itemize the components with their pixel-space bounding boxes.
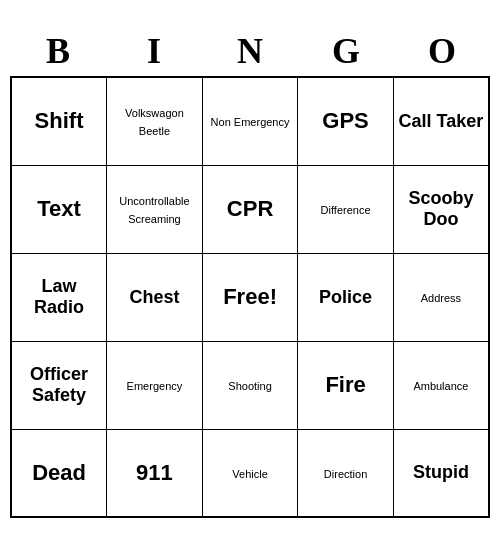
bingo-cell: Volkswagon Beetle [107, 77, 203, 165]
table-row: TextUncontrollable ScreamingCPRDifferenc… [11, 165, 489, 253]
bingo-cell: Stupid [393, 429, 489, 517]
bingo-cell: Emergency [107, 341, 203, 429]
cell-text: Volkswagon Beetle [125, 107, 184, 137]
cell-text: Uncontrollable Screaming [119, 195, 189, 225]
header-letter: G [298, 26, 394, 76]
table-row: Law RadioChestFree!PoliceAddress [11, 253, 489, 341]
bingo-cell: Vehicle [202, 429, 298, 517]
header-letter: I [106, 26, 202, 76]
bingo-cell: GPS [298, 77, 393, 165]
bingo-cell: Scooby Doo [393, 165, 489, 253]
cell-text: Emergency [127, 380, 183, 392]
bingo-cell: Text [11, 165, 107, 253]
bingo-cell: 911 [107, 429, 203, 517]
table-row: Officer SafetyEmergencyShootingFireAmbul… [11, 341, 489, 429]
bingo-cell: Dead [11, 429, 107, 517]
bingo-cell: Uncontrollable Screaming [107, 165, 203, 253]
bingo-cell: Police [298, 253, 393, 341]
cell-text: Direction [324, 468, 367, 480]
cell-text: 911 [136, 460, 173, 485]
cell-text: Shooting [228, 380, 271, 392]
bingo-cell: Call Taker [393, 77, 489, 165]
cell-text: Police [319, 287, 372, 307]
cell-text: Scooby Doo [408, 188, 473, 229]
cell-text: Non Emergency [211, 116, 290, 128]
cell-text: Stupid [413, 462, 469, 482]
cell-text: Shift [35, 108, 84, 133]
cell-text: Vehicle [232, 468, 267, 480]
cell-text: Chest [129, 287, 179, 307]
bingo-cell: Direction [298, 429, 393, 517]
bingo-cell: Difference [298, 165, 393, 253]
cell-text: Officer Safety [30, 364, 88, 405]
bingo-cell: CPR [202, 165, 298, 253]
cell-text: GPS [322, 108, 368, 133]
cell-text: Ambulance [413, 380, 468, 392]
bingo-cell: Non Emergency [202, 77, 298, 165]
cell-text: CPR [227, 196, 273, 221]
bingo-grid: ShiftVolkswagon BeetleNon EmergencyGPSCa… [10, 76, 490, 518]
cell-text: Address [421, 292, 461, 304]
bingo-header: BINGO [10, 26, 490, 76]
cell-text: Text [37, 196, 81, 221]
bingo-cell: Address [393, 253, 489, 341]
cell-text: Call Taker [399, 111, 484, 131]
header-letter: B [10, 26, 106, 76]
cell-text: Difference [321, 204, 371, 216]
bingo-cell: Free! [202, 253, 298, 341]
cell-text: Free! [223, 284, 277, 309]
table-row: Dead911VehicleDirectionStupid [11, 429, 489, 517]
table-row: ShiftVolkswagon BeetleNon EmergencyGPSCa… [11, 77, 489, 165]
bingo-cell: Ambulance [393, 341, 489, 429]
bingo-cell: Chest [107, 253, 203, 341]
header-letter: N [202, 26, 298, 76]
bingo-cell: Law Radio [11, 253, 107, 341]
bingo-card: BINGO ShiftVolkswagon BeetleNon Emergenc… [10, 26, 490, 518]
cell-text: Law Radio [34, 276, 84, 317]
cell-text: Fire [325, 372, 365, 397]
bingo-cell: Fire [298, 341, 393, 429]
bingo-cell: Officer Safety [11, 341, 107, 429]
cell-text: Dead [32, 460, 86, 485]
header-letter: O [394, 26, 490, 76]
bingo-cell: Shooting [202, 341, 298, 429]
bingo-cell: Shift [11, 77, 107, 165]
